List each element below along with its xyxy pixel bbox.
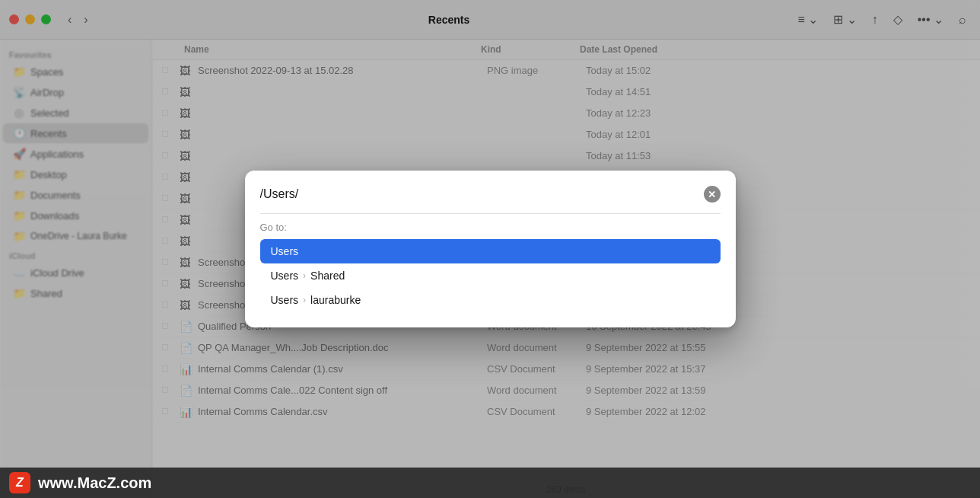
clear-icon: ✕ — [708, 189, 716, 200]
arrow-icon: › — [303, 270, 306, 281]
dialog-overlay: ✕ Go to: Users Users › Shared Users › la… — [0, 0, 980, 498]
arrow-icon2: › — [303, 295, 306, 305]
watermark-logo: Z — [9, 472, 30, 493]
watermark-text: www.MacZ.com — [38, 474, 151, 492]
goto-input-row: ✕ — [260, 186, 721, 203]
goto-label: Go to: — [260, 222, 721, 233]
watermark-bar: Z www.MacZ.com — [0, 468, 980, 498]
goto-clear-button[interactable]: ✕ — [704, 186, 721, 203]
suggestion-text-users: Users — [271, 270, 299, 282]
goto-suggestion-lauraburke[interactable]: Users › lauraburke — [260, 288, 721, 312]
suggestion-text-users2: Users — [271, 294, 299, 306]
goto-suggestion-users[interactable]: Users — [260, 239, 721, 263]
goto-separator — [260, 213, 721, 214]
goto-input[interactable] — [260, 186, 704, 203]
suggestion-text-shared: Shared — [310, 270, 345, 282]
goto-suggestion-shared[interactable]: Users › Shared — [260, 263, 721, 288]
suggestion-text: Users — [271, 245, 299, 257]
goto-folder-dialog: ✕ Go to: Users Users › Shared Users › la… — [245, 171, 736, 327]
suggestion-text-lauraburke: lauraburke — [310, 294, 361, 306]
